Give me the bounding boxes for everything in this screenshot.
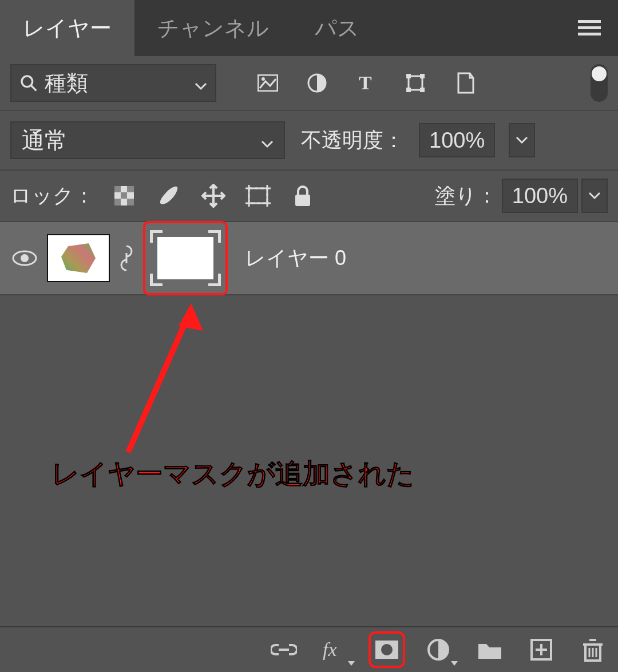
svg-point-29 bbox=[21, 254, 29, 262]
lock-label: ロック： bbox=[10, 182, 94, 210]
svg-point-3 bbox=[22, 76, 33, 87]
layer-row[interactable]: レイヤー 0 bbox=[0, 222, 618, 295]
lock-all-icon[interactable] bbox=[290, 183, 315, 208]
layer-effects-icon[interactable]: fx bbox=[322, 636, 349, 663]
filter-type-icon[interactable]: T bbox=[355, 72, 378, 94]
lock-artboard-icon[interactable] bbox=[245, 183, 271, 208]
svg-text:T: T bbox=[359, 73, 372, 93]
filter-kind-label: 種類 bbox=[45, 69, 88, 98]
filter-type-icons: T bbox=[256, 72, 476, 94]
layers-panel: レイヤー チャンネル パス 種類 bbox=[0, 0, 618, 672]
svg-rect-18 bbox=[114, 199, 121, 205]
filter-toggle[interactable] bbox=[591, 64, 608, 102]
adjustment-layer-icon[interactable] bbox=[425, 636, 452, 663]
svg-line-30 bbox=[128, 309, 191, 452]
annotation-text: レイヤーマスクが追加された bbox=[52, 456, 414, 492]
svg-text:fx: fx bbox=[323, 639, 337, 660]
filter-pixel-icon[interactable] bbox=[256, 72, 279, 94]
svg-rect-0 bbox=[578, 20, 601, 23]
filter-shape-icon[interactable] bbox=[404, 72, 427, 94]
panel-footer: fx bbox=[0, 626, 618, 672]
filter-kind-select[interactable]: 種類 bbox=[10, 64, 216, 102]
svg-rect-27 bbox=[295, 195, 310, 206]
lock-transparency-icon[interactable] bbox=[112, 183, 137, 208]
lock-position-icon[interactable] bbox=[201, 183, 226, 208]
fill-value[interactable]: 100% bbox=[502, 179, 578, 213]
add-mask-icon[interactable] bbox=[373, 636, 401, 663]
svg-rect-11 bbox=[420, 74, 425, 78]
visibility-icon[interactable] bbox=[10, 250, 39, 267]
blend-row: 通常 不透明度： 100% bbox=[0, 111, 618, 171]
tab-layers[interactable]: レイヤー bbox=[0, 0, 134, 56]
thumbnail-image bbox=[61, 243, 96, 273]
panel-tabs: レイヤー チャンネル パス bbox=[0, 0, 618, 56]
svg-rect-2 bbox=[578, 33, 601, 35]
opacity-dropdown[interactable] bbox=[509, 123, 535, 157]
svg-rect-15 bbox=[114, 186, 121, 192]
new-layer-icon[interactable] bbox=[528, 636, 555, 663]
lock-row: ロック： 塗り： bbox=[0, 171, 618, 222]
svg-rect-12 bbox=[406, 88, 411, 92]
mask-link-icon[interactable] bbox=[118, 244, 135, 272]
filter-adjustment-icon[interactable] bbox=[306, 72, 328, 94]
annotation-arrow bbox=[105, 303, 220, 464]
layers-list: レイヤー 0 レイヤーマスクが追加された bbox=[0, 222, 618, 626]
svg-rect-22 bbox=[249, 188, 267, 203]
opacity-label: 不透明度： bbox=[301, 127, 404, 155]
tab-paths[interactable]: パス bbox=[292, 0, 382, 56]
opacity-value[interactable]: 100% bbox=[419, 123, 495, 157]
link-layers-icon[interactable] bbox=[270, 636, 298, 663]
layer-name[interactable]: レイヤー 0 bbox=[245, 244, 346, 272]
svg-line-4 bbox=[31, 85, 36, 90]
lock-pixels-icon[interactable] bbox=[156, 183, 181, 208]
filter-row: 種類 T bbox=[0, 56, 618, 111]
layer-thumbnail[interactable] bbox=[47, 234, 110, 282]
mask-highlight-box bbox=[143, 221, 228, 295]
svg-point-6 bbox=[262, 77, 265, 81]
filter-smartobject-icon[interactable] bbox=[453, 72, 476, 94]
svg-marker-31 bbox=[179, 303, 203, 331]
svg-rect-17 bbox=[121, 192, 127, 199]
delete-layer-icon[interactable] bbox=[579, 636, 607, 663]
svg-rect-19 bbox=[127, 199, 134, 205]
fill-dropdown[interactable] bbox=[581, 179, 608, 213]
blend-mode-select[interactable]: 通常 bbox=[10, 121, 285, 159]
panel-menu-icon[interactable] bbox=[578, 20, 601, 36]
svg-rect-16 bbox=[127, 186, 134, 192]
svg-rect-13 bbox=[420, 88, 425, 92]
tab-channels[interactable]: チャンネル bbox=[134, 0, 292, 56]
svg-rect-1 bbox=[578, 26, 601, 29]
layer-mask-thumbnail[interactable] bbox=[150, 230, 221, 286]
svg-point-34 bbox=[381, 644, 393, 655]
fill-label: 塗り： bbox=[435, 182, 497, 210]
svg-rect-10 bbox=[406, 74, 411, 78]
new-group-icon[interactable] bbox=[476, 636, 504, 663]
blend-mode-value: 通常 bbox=[22, 125, 68, 156]
toggle-knob bbox=[592, 66, 607, 81]
